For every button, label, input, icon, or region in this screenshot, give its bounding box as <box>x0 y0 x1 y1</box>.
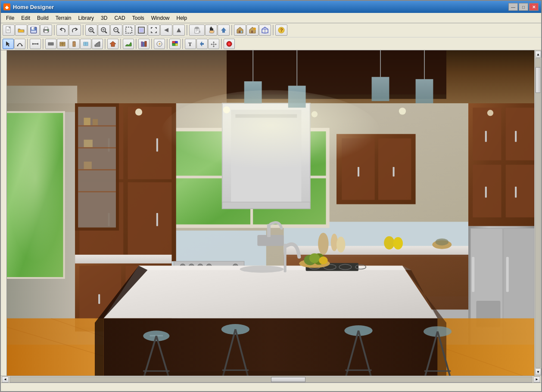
svg-rect-87 <box>7 277 65 279</box>
svg-point-42 <box>253 28 256 30</box>
door-tool-button[interactable] <box>69 39 80 49</box>
wall-tool-button[interactable] <box>45 39 56 49</box>
minimize-button[interactable]: — <box>508 3 518 11</box>
svg-text:+: + <box>105 31 107 34</box>
menu-item-edit[interactable]: Edit <box>18 14 34 22</box>
undo-button[interactable] <box>56 25 69 36</box>
svg-point-236 <box>311 111 318 117</box>
electrical-tool-button[interactable] <box>154 39 165 49</box>
roof-tool-button[interactable] <box>107 39 118 49</box>
svg-rect-72 <box>175 41 178 43</box>
save-button[interactable] <box>28 25 40 36</box>
menu-item-3d[interactable]: 3D <box>97 14 111 22</box>
svg-rect-66 <box>141 42 143 46</box>
svg-rect-39 <box>239 31 240 33</box>
move-tool-button[interactable] <box>208 39 219 49</box>
menu-item-library[interactable]: Library <box>75 14 97 22</box>
maximize-button[interactable]: □ <box>519 3 528 11</box>
menu-item-tools[interactable]: Tools <box>129 14 148 22</box>
menu-item-build[interactable]: Build <box>34 14 52 22</box>
open-button[interactable] <box>15 25 27 36</box>
svg-point-177 <box>384 236 394 250</box>
zoom-in-button[interactable]: + <box>98 25 110 36</box>
title-bar: Home Designer — □ ✕ <box>1 1 541 13</box>
pan-up-button[interactable] <box>173 25 185 36</box>
up-arrow-button[interactable] <box>218 25 230 36</box>
extents-button[interactable] <box>148 25 160 36</box>
menu-item-window[interactable]: Window <box>148 14 173 22</box>
window-tool-button[interactable] <box>80 39 91 49</box>
scroll-right-arrow[interactable]: ► <box>533 377 540 383</box>
svg-rect-111 <box>78 147 116 148</box>
app-icon <box>3 3 10 10</box>
separator-t2-8 <box>182 39 183 49</box>
select-tool-button[interactable] <box>3 39 14 49</box>
svg-point-13 <box>47 30 48 31</box>
arc-tool-button[interactable] <box>14 39 25 49</box>
svg-rect-112 <box>78 169 116 170</box>
svg-rect-110 <box>78 125 116 127</box>
cabinet-tool-button[interactable] <box>57 39 68 49</box>
vertical-scroll-track[interactable] <box>535 58 541 368</box>
horizontal-scroll-thumb[interactable] <box>271 377 305 382</box>
svg-point-47 <box>22 45 23 46</box>
svg-rect-147 <box>98 294 100 304</box>
hand-button[interactable] <box>205 25 217 36</box>
canvas-area[interactable] <box>7 50 534 376</box>
svg-rect-129 <box>416 79 433 103</box>
terrain-tool-button[interactable] <box>123 39 134 49</box>
horizontal-scroll-track[interactable] <box>9 377 533 383</box>
svg-rect-138 <box>515 187 517 198</box>
zoom-magnifier-button[interactable] <box>85 25 97 36</box>
svg-rect-143 <box>393 167 395 176</box>
svg-point-62 <box>75 44 75 45</box>
svg-rect-182 <box>267 224 271 238</box>
svg-rect-134 <box>506 165 534 217</box>
svg-rect-27 <box>126 27 132 33</box>
house-view-button[interactable] <box>246 25 259 36</box>
arrow-tool-button[interactable] <box>196 39 208 49</box>
scroll-up-arrow[interactable]: ▲ <box>535 51 541 58</box>
menu-item-file[interactable]: File <box>3 14 18 22</box>
status-bar <box>1 383 541 391</box>
house-floor-button[interactable] <box>234 25 246 36</box>
select-box-button[interactable] <box>123 25 135 36</box>
svg-rect-71 <box>172 43 175 46</box>
measure-button[interactable] <box>30 39 41 49</box>
scroll-down-arrow[interactable]: ▼ <box>535 368 541 375</box>
vertical-scroll-thumb[interactable] <box>536 67 541 93</box>
new-button[interactable] <box>3 25 15 36</box>
svg-point-234 <box>135 108 142 115</box>
svg-rect-117 <box>84 162 92 169</box>
clipboard-button[interactable] <box>189 25 205 36</box>
separator-3 <box>187 25 187 35</box>
print-button[interactable] <box>40 25 52 36</box>
menu-item-help[interactable]: Help <box>173 14 190 22</box>
help-button[interactable]: ? <box>275 25 287 36</box>
main-area: ▲ ▼ <box>1 50 541 376</box>
stairs-tool-button[interactable] <box>92 39 103 49</box>
separator-t2-9 <box>221 39 222 49</box>
svg-line-15 <box>93 31 94 33</box>
menu-item-cad[interactable]: CAD <box>111 14 128 22</box>
menu-item-terrain[interactable]: Terrain <box>52 14 75 22</box>
close-button[interactable]: ✕ <box>529 3 539 11</box>
house-3d-button[interactable] <box>259 25 271 36</box>
svg-rect-142 <box>358 167 359 176</box>
svg-rect-150 <box>75 255 171 263</box>
separator-t2-6 <box>151 39 152 49</box>
fit-view-button[interactable] <box>135 25 147 36</box>
svg-rect-86 <box>7 111 65 113</box>
svg-rect-11 <box>44 27 48 29</box>
svg-rect-88 <box>63 111 65 279</box>
paint-tool-button[interactable] <box>169 39 181 49</box>
redo-button[interactable] <box>69 25 81 36</box>
text-tool-button[interactable]: T <box>185 39 196 49</box>
zoom-out-button[interactable]: - <box>110 25 122 36</box>
scroll-left-arrow[interactable]: ◄ <box>2 377 9 383</box>
svg-marker-38 <box>221 28 226 33</box>
svg-rect-131 <box>473 108 501 160</box>
library-tool-button[interactable] <box>138 39 150 49</box>
pan-left-button[interactable] <box>160 25 172 36</box>
record-button[interactable] <box>224 39 235 49</box>
